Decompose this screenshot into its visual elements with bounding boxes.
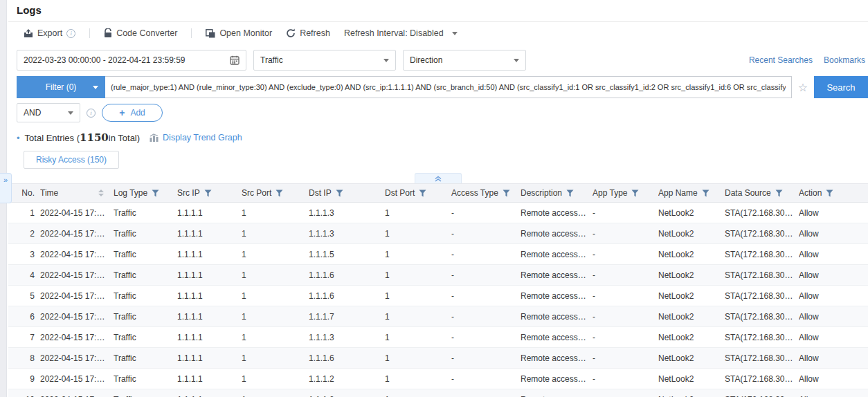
operator-select[interactable]: AND [17, 103, 80, 122]
table-cell: - [451, 395, 521, 397]
table-cell: 1.1.1.1 [177, 208, 242, 218]
table-cell: 2022-04-15 17:41:53 [40, 208, 114, 218]
table-cell: Allow [799, 353, 868, 363]
column-header-no[interactable]: No. [14, 188, 40, 198]
table-cell: Allow [799, 333, 868, 342]
open-monitor-button[interactable]: Open Monitor [199, 25, 279, 41]
date-range-input[interactable]: 2022-03-23 00:00:00 - 2022-04-21 23:59:5… [17, 50, 246, 71]
table-cell: 1 [242, 250, 309, 259]
filter-funnel-icon[interactable] [826, 190, 833, 197]
filter-funnel-icon[interactable] [775, 190, 783, 197]
refresh-button[interactable]: Refresh [279, 25, 337, 41]
table-cell: 1.1.1.1 [177, 333, 242, 342]
column-header-access-type[interactable]: Access Type [451, 188, 521, 198]
column-header-src-port[interactable]: Src Port [242, 188, 309, 198]
filter-button-label: Filter (0) [46, 82, 77, 92]
table-cell: 2022-04-15 17:41:53 [40, 250, 114, 259]
risky-access-tab-button[interactable]: Risky Access (150) [24, 151, 119, 169]
chevron-down-icon [452, 32, 458, 35]
export-button[interactable]: Export i [17, 25, 82, 41]
table-cell: 1 [385, 229, 451, 239]
column-header-description[interactable]: Description [521, 188, 593, 198]
table-cell: NetLook2 [658, 291, 725, 301]
column-header-app-name[interactable]: App Name [658, 188, 725, 198]
table-row[interactable]: 32022-04-15 17:41:53Traffic1.1.1.111.1.1… [8, 244, 868, 265]
table-cell: Traffic [114, 374, 177, 384]
table-cell: 1 [242, 208, 309, 218]
table-cell: 2022-04-15 17:41:53 [40, 395, 114, 397]
table-row[interactable]: 72022-04-15 17:41:53Traffic1.1.1.111.1.1… [8, 327, 868, 348]
table-cell: 1 [242, 229, 309, 239]
code-converter-button[interactable]: Code Converter [97, 25, 184, 41]
column-header-action[interactable]: Action [799, 188, 868, 198]
filter-funnel-icon[interactable] [503, 190, 510, 197]
table-cell: 1 [242, 353, 309, 363]
risky-row: Risky Access (150) [24, 151, 868, 169]
log-table: No. Time Log Type Src IP Src Port Dst IP [8, 183, 868, 397]
table-cell: 4 [14, 270, 40, 280]
collapse-filters-tab[interactable] [415, 173, 462, 183]
table-cell: 2022-04-15 17:41:53 [40, 374, 114, 384]
filter-funnel-icon[interactable] [419, 190, 426, 197]
filter-funnel-icon[interactable] [152, 190, 159, 197]
operator-info-icon[interactable]: i [87, 109, 96, 118]
sort-icon[interactable] [98, 190, 104, 196]
column-header-log-type[interactable]: Log Type [114, 188, 177, 198]
display-trend-graph-label: Display Trend Graph [163, 133, 242, 142]
search-query-input[interactable] [105, 76, 792, 98]
toolbar: Export i Code Converter Open Monitor Ref… [8, 22, 868, 44]
table-row[interactable]: 42022-04-15 17:41:53Traffic1.1.1.111.1.1… [8, 265, 868, 286]
table-cell: - [593, 250, 658, 259]
table-row[interactable]: 22022-04-15 17:41:53Traffic1.1.1.111.1.1… [8, 223, 868, 244]
bookmark-star-icon[interactable]: ☆ [798, 81, 808, 94]
table-cell: 2 [14, 229, 40, 239]
chevron-down-icon [68, 111, 73, 115]
log-type-select[interactable]: Traffic [253, 50, 396, 71]
table-cell: Traffic [114, 353, 177, 363]
search-button[interactable]: Search [814, 76, 868, 98]
table-row[interactable]: 12022-04-15 17:41:53Traffic1.1.1.111.1.1… [8, 203, 868, 223]
export-info-icon[interactable]: i [66, 29, 75, 38]
condition-row: AND i + Add [17, 103, 868, 122]
display-trend-graph-link[interactable]: Display Trend Graph [150, 133, 242, 142]
column-header-time[interactable]: Time [40, 188, 114, 198]
table-cell: 1.1.1.3 [309, 333, 385, 342]
code-converter-label: Code Converter [116, 28, 177, 38]
table-row[interactable]: 62022-04-15 17:41:53Traffic1.1.1.111.1.1… [8, 306, 868, 327]
column-header-src-ip[interactable]: Src IP [177, 188, 242, 198]
column-header-dst-ip[interactable]: Dst IP [309, 188, 385, 198]
sidebar-expand-handle[interactable]: » [0, 173, 12, 203]
table-cell: - [451, 374, 521, 384]
column-header-dst-port[interactable]: Dst Port [385, 188, 451, 198]
filter-funnel-icon[interactable] [566, 190, 574, 197]
table-cell: 1.1.1.2 [309, 395, 385, 397]
filter-funnel-icon[interactable] [204, 190, 212, 197]
column-header-app-type[interactable]: App Type [593, 188, 658, 198]
filter-funnel-icon[interactable] [275, 190, 283, 197]
recent-searches-link[interactable]: Recent Searches [749, 55, 813, 65]
table-cell: - [593, 208, 658, 218]
filter-funnel-icon[interactable] [631, 190, 639, 197]
filter-funnel-icon[interactable] [702, 190, 709, 197]
log-type-selected-value: Traffic [260, 55, 283, 65]
column-header-data-source[interactable]: Data Source [725, 188, 799, 198]
table-row[interactable]: 102022-04-15 17:41:53Traffic1.1.1.111.1.… [8, 389, 868, 397]
table-cell: 1 [385, 353, 451, 363]
table-row[interactable]: 52022-04-15 17:41:53Traffic1.1.1.111.1.1… [8, 286, 868, 306]
table-cell: Remote access via... [521, 229, 593, 239]
add-condition-button[interactable]: + Add [102, 104, 163, 122]
filter-dropdown-button[interactable]: Filter (0) [17, 76, 105, 98]
table-cell: NetLook2 [658, 208, 725, 218]
table-cell: NetLook2 [658, 312, 725, 322]
table-cell: Traffic [114, 229, 177, 239]
refresh-interval-dropdown[interactable]: Refresh Interval: Disabled [337, 25, 464, 41]
filter-funnel-icon[interactable] [336, 190, 343, 197]
bookmarks-link[interactable]: Bookmarks [824, 55, 865, 65]
add-button-label: Add [130, 108, 145, 118]
table-cell: STA(172.168.30.50) [725, 291, 799, 301]
table-cell: 6 [14, 312, 40, 322]
table-row[interactable]: 92022-04-15 17:41:53Traffic1.1.1.111.1.1… [8, 369, 868, 389]
direction-select[interactable]: Direction [403, 50, 526, 71]
table-cell: 1.1.1.1 [177, 229, 242, 239]
table-row[interactable]: 82022-04-15 17:41:53Traffic1.1.1.111.1.1… [8, 348, 868, 369]
